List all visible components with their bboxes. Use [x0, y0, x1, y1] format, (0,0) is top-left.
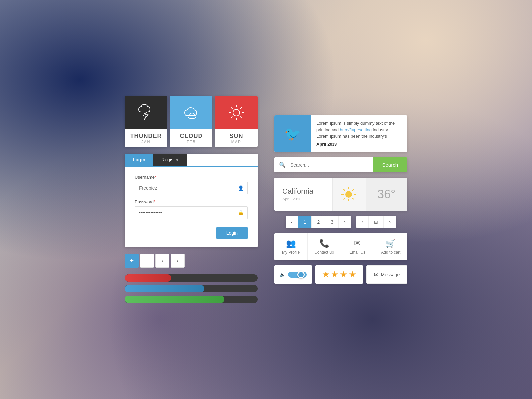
login-body: Username* 👤 Password* 🔒: [125, 166, 258, 247]
twitter-content: Lorem Ipsum is simply dummy text of the …: [311, 115, 407, 152]
thunder-icon-area: [125, 96, 167, 129]
message-icon: ✉: [374, 271, 378, 278]
contact-us-button[interactable]: 📞 Contact Us: [308, 233, 341, 260]
email-label: Email Us: [349, 250, 365, 255]
phone-icon: 📞: [319, 239, 329, 248]
cart-label: Add to cart: [381, 250, 400, 255]
login-form: Login Register Username* 👤 Password*: [125, 154, 258, 247]
twitter-card: 🐦 Lorem Ipsum is simply dummy text of th…: [274, 115, 407, 152]
page-1-btn[interactable]: 1: [298, 216, 312, 228]
cloud-month: CLOUD: [173, 133, 209, 140]
cloud-icon: [181, 104, 202, 122]
lock-icon: 🔒: [238, 210, 244, 215]
twitter-icon-area: 🐦: [274, 115, 311, 152]
weather-card-thunder[interactable]: THUNDER JAN: [125, 96, 167, 147]
login-tabs: Login Register: [125, 154, 258, 166]
progress-track-blue: [125, 285, 258, 292]
page-prev-btn[interactable]: ‹: [286, 216, 298, 228]
sun-label: SUN MAR: [215, 129, 258, 147]
grid-next-btn[interactable]: ›: [384, 216, 396, 228]
sun-period: MAR: [218, 140, 254, 144]
volume-icon: 🔈: [280, 272, 285, 277]
progress-fill-blue: [125, 285, 204, 292]
sun-month: SUN: [218, 133, 254, 140]
password-group: Password* 🔒: [135, 200, 248, 219]
progress-track-red: [125, 274, 258, 282]
right-panel: 🐦 Lorem Ipsum is simply dummy text of th…: [274, 115, 407, 284]
weather-city: California: [282, 187, 324, 196]
tab-register[interactable]: Register: [153, 154, 187, 166]
page-next-btn[interactable]: ›: [339, 216, 351, 228]
twitter-date: April 2013: [316, 141, 402, 148]
search-input[interactable]: [290, 158, 373, 172]
search-button[interactable]: Search: [373, 157, 407, 172]
email-icon: ✉: [354, 239, 361, 248]
left-panel: THUNDER JAN CLOUD FEB: [125, 96, 258, 303]
volume-thumb[interactable]: [297, 271, 305, 278]
username-group: Username* 👤: [135, 175, 248, 194]
progress-fill-red: [125, 274, 171, 282]
star-2[interactable]: ★: [331, 269, 338, 280]
progress-bars: [125, 274, 258, 303]
next-button[interactable]: ›: [171, 254, 185, 268]
login-button[interactable]: Login: [216, 227, 248, 239]
twitter-bird-icon: 🐦: [284, 126, 301, 142]
sun-icon-area: [215, 96, 258, 129]
message-button[interactable]: ✉ Message: [366, 265, 407, 284]
cart-icon: 🛒: [386, 239, 396, 248]
grid-prev-btn[interactable]: ‹: [356, 216, 369, 228]
my-profile-button[interactable]: 👥 My Profile: [274, 233, 308, 260]
minus-button[interactable]: –: [140, 254, 154, 268]
password-label: Password*: [135, 200, 248, 204]
search-bar: 🔍 Search: [274, 157, 407, 172]
password-input[interactable]: [135, 206, 248, 219]
page-3-btn[interactable]: 3: [325, 216, 339, 228]
email-us-button[interactable]: ✉ Email Us: [341, 233, 374, 260]
sun-icon: [226, 103, 246, 123]
svg-point-0: [233, 109, 240, 116]
twitter-link[interactable]: http://typesetting: [340, 127, 372, 132]
weather-widget: California April ·2013 36°: [274, 178, 407, 211]
username-input[interactable]: [135, 182, 248, 194]
cloud-period: FEB: [173, 140, 209, 144]
weather-location: California April ·2013: [274, 178, 332, 211]
widget-sun-icon: [340, 185, 358, 203]
svg-line-5: [231, 107, 233, 109]
svg-line-8: [231, 117, 233, 118]
weather-sun-icon-area: [332, 178, 366, 211]
volume-control: 🔈: [274, 265, 312, 284]
plus-button[interactable]: +: [125, 254, 139, 268]
bottom-row: 🔈 ★ ★ ★ ★ ✉ Message: [274, 265, 407, 284]
svg-line-16: [352, 189, 354, 191]
username-label: Username*: [135, 175, 248, 180]
prev-button[interactable]: ‹: [155, 254, 169, 268]
star-3[interactable]: ★: [340, 269, 347, 280]
profile-label: My Profile: [282, 250, 300, 255]
svg-line-15: [352, 198, 354, 200]
svg-line-17: [343, 198, 345, 200]
svg-point-9: [345, 191, 352, 198]
svg-line-6: [240, 117, 242, 118]
svg-line-14: [343, 189, 345, 191]
grid-view-btn[interactable]: ⊞: [369, 216, 384, 228]
star-rating: ★ ★ ★ ★: [315, 265, 363, 284]
volume-slider[interactable]: [288, 272, 307, 278]
page-2-btn[interactable]: 2: [312, 216, 325, 228]
weather-card-sun[interactable]: SUN MAR: [215, 96, 258, 147]
message-label: Message: [381, 272, 400, 277]
button-group: + – ‹ ›: [125, 254, 258, 268]
thunder-month: THUNDER: [128, 133, 164, 140]
star-1[interactable]: ★: [322, 269, 330, 280]
progress-track-green: [125, 296, 258, 303]
action-buttons: 👥 My Profile 📞 Contact Us ✉ Email Us 🛒 A…: [274, 233, 407, 260]
cloud-label: CLOUD FEB: [170, 129, 212, 147]
star-4[interactable]: ★: [349, 269, 356, 280]
thunder-label: THUNDER JAN: [125, 129, 167, 147]
tab-login[interactable]: Login: [125, 154, 153, 166]
progress-fill-green: [125, 296, 224, 303]
weather-temp: 36°: [366, 178, 408, 211]
profile-icon: 👥: [286, 239, 296, 248]
weather-card-cloud[interactable]: CLOUD FEB: [170, 96, 212, 147]
thunder-icon: [136, 103, 156, 123]
add-to-cart-button[interactable]: 🛒 Add to cart: [374, 233, 407, 260]
